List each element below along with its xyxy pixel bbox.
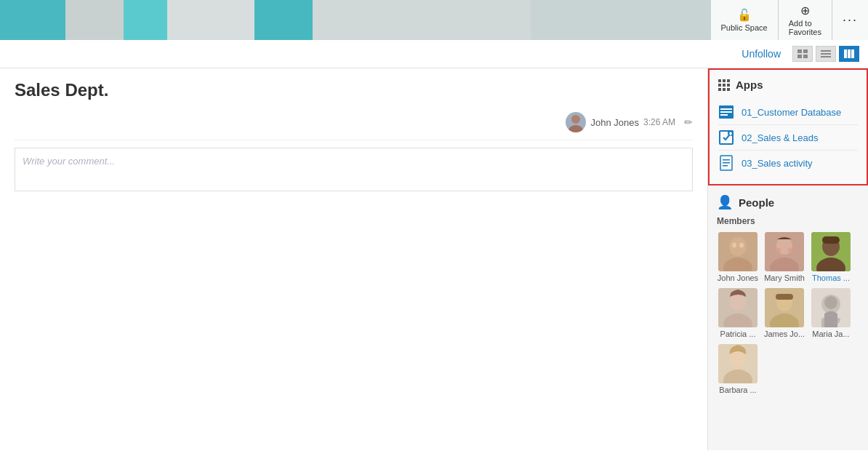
svg-point-23	[729, 237, 747, 256]
member-avatar-patricia	[718, 288, 758, 327]
svg-rect-2	[797, 55, 802, 58]
app-item-customer-db[interactable]: 01_Customer Database	[718, 100, 858, 125]
public-space-label: Public Space	[721, 23, 768, 32]
toolbar-row: Unfollow	[0, 40, 868, 68]
svg-rect-6	[821, 56, 831, 57]
public-space-button[interactable]: 🔓 Public Space	[711, 0, 778, 40]
member-card-mary-smith[interactable]: Mary Smith	[763, 232, 805, 282]
svg-rect-20	[723, 162, 730, 164]
svg-rect-42	[776, 294, 793, 300]
more-icon: ···	[843, 12, 858, 28]
post-author: John Jones 3:26 AM ✏	[566, 112, 693, 132]
members-grid: John Jones Mary Smith	[717, 232, 859, 282]
member-name-mary-smith: Mary Smith	[763, 274, 805, 282]
member-avatar-james-jo	[765, 288, 804, 327]
author-name: John Jones	[590, 117, 639, 128]
member-name-james-jo: James Jo...	[763, 330, 805, 338]
sidebar: Apps 01_Customer Database	[708, 68, 868, 450]
comment-box[interactable]: Write your comment...	[15, 148, 693, 191]
app-label-sales-activity: 03_Sales activity	[742, 158, 813, 169]
people-icon: 👤	[717, 194, 733, 210]
member-avatar-thomas	[811, 232, 851, 271]
grid-view-button[interactable]	[792, 46, 813, 62]
svg-rect-5	[821, 53, 831, 55]
member-avatar-john-jones	[718, 232, 758, 271]
edit-icon[interactable]: ✏	[684, 116, 693, 128]
app-item-sales-activity[interactable]: 03_Sales activity	[718, 151, 858, 175]
apps-section-header: Apps	[718, 79, 858, 91]
svg-point-11	[568, 125, 583, 132]
apps-section-title: Apps	[736, 79, 763, 91]
content-area: Sales Dept. John Jones 3:26 AM ✏ Write y…	[0, 68, 708, 450]
view-toggle	[792, 46, 859, 62]
add-favorites-label: Add toFavorites	[789, 19, 821, 36]
member-name-thomas: Thomas ...	[810, 274, 852, 282]
svg-rect-8	[848, 49, 851, 58]
svg-rect-14	[720, 111, 732, 113]
svg-rect-35	[822, 236, 840, 244]
sales-activity-icon	[718, 155, 734, 171]
more-button[interactable]: ···	[832, 0, 868, 40]
member-name-barbara: Barbara ...	[717, 386, 759, 394]
add-favorites-icon: ⊕	[800, 4, 810, 17]
post-time: 3:26 AM	[643, 117, 675, 127]
main-layout: Sales Dept. John Jones 3:26 AM ✏ Write y…	[0, 68, 868, 450]
unfollow-button[interactable]: Unfollow	[742, 48, 781, 60]
svg-point-37	[730, 293, 746, 311]
post-header: John Jones 3:26 AM ✏	[15, 112, 693, 140]
member-name-maria-ja: Maria Ja...	[810, 330, 852, 338]
customer-db-icon	[718, 104, 734, 120]
svg-rect-19	[723, 159, 730, 161]
app-item-sales-leads[interactable]: 02_Sales & Leads	[718, 125, 858, 151]
member-card-patricia[interactable]: Patricia ...	[717, 288, 759, 338]
members-grid-row3: Barbara ...	[717, 344, 859, 394]
member-card-maria-ja[interactable]: Maria Ja...	[810, 288, 852, 338]
member-avatar-maria-ja	[811, 288, 851, 327]
member-card-barbara[interactable]: Barbara ...	[717, 344, 759, 394]
svg-point-26	[739, 243, 744, 248]
people-section-title: People	[739, 196, 774, 209]
svg-point-30	[776, 248, 781, 252]
svg-rect-1	[803, 49, 808, 53]
svg-point-45	[824, 296, 837, 309]
svg-rect-4	[821, 50, 831, 52]
add-favorites-button[interactable]: ⊕ Add toFavorites	[778, 0, 832, 40]
public-space-icon: 🔓	[737, 8, 752, 22]
member-card-john-jones[interactable]: John Jones	[717, 232, 759, 282]
people-section-header: 👤 People	[717, 194, 859, 210]
svg-rect-3	[803, 55, 808, 58]
svg-rect-0	[797, 49, 802, 53]
svg-rect-9	[851, 49, 854, 58]
author-avatar	[566, 112, 586, 132]
svg-rect-21	[723, 165, 728, 167]
app-label-sales-leads: 02_Sales & Leads	[742, 132, 819, 143]
svg-point-25	[732, 243, 736, 248]
member-card-james-jo[interactable]: James Jo...	[763, 288, 805, 338]
page-title: Sales Dept.	[15, 80, 693, 100]
header-actions: 🔓 Public Space ⊕ Add toFavorites ···	[711, 0, 868, 40]
comment-placeholder: Write your comment...	[23, 156, 115, 167]
members-grid-row2: Patricia ... James Jo...	[717, 288, 859, 338]
svg-rect-15	[720, 114, 728, 116]
columns-view-button[interactable]	[839, 46, 859, 62]
app-label-customer-db: 01_Customer Database	[742, 107, 841, 118]
header-banner: 🔓 Public Space ⊕ Add toFavorites ···	[0, 0, 868, 40]
member-avatar-barbara	[718, 344, 758, 383]
member-avatar-mary-smith	[765, 232, 804, 271]
list-view-button[interactable]	[816, 46, 836, 62]
member-card-thomas[interactable]: Thomas ...	[810, 232, 852, 282]
svg-point-10	[571, 115, 580, 124]
svg-point-31	[788, 248, 792, 252]
sales-leads-icon	[718, 129, 734, 145]
member-name-john-jones: John Jones	[717, 274, 759, 282]
svg-rect-7	[844, 49, 847, 58]
apps-section: Apps 01_Customer Database	[708, 68, 868, 185]
svg-rect-13	[720, 108, 732, 110]
apps-grid-icon	[718, 79, 730, 91]
members-label: Members	[717, 216, 859, 226]
member-name-patricia: Patricia ...	[717, 330, 759, 338]
people-section: 👤 People Members J	[708, 185, 868, 409]
